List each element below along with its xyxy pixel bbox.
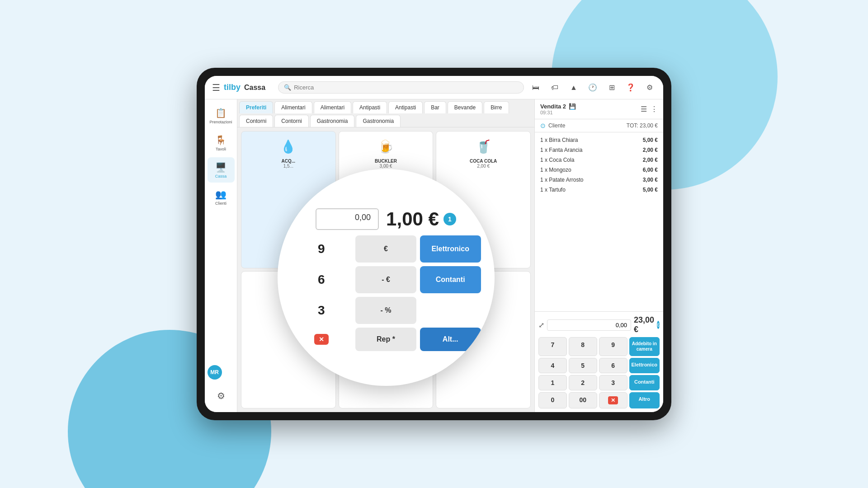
product-acq-name: ACQ... [282,159,296,164]
tab-alimentari1[interactable]: Alimentari [274,101,312,113]
kp-empty [420,297,481,324]
sale-time: 09:31 [540,110,576,115]
tab-alimentari2[interactable]: Alimentari [314,101,351,113]
order-item-3-price: 6,00 € [643,167,658,173]
kp-elettronico[interactable]: Elettronico [420,235,481,263]
numpad-4[interactable]: 4 [538,358,567,373]
kp-3[interactable]: 3 [291,297,352,324]
numpad-addebito[interactable]: Addebito in camera [629,337,660,356]
kp-contanti[interactable]: Contanti [420,266,481,293]
order-item-0[interactable]: 1 x Birra Chiara 5,00 € [535,135,663,145]
sidebar-item-cassa[interactable]: 🖥️ Cassa [208,157,235,183]
tavoli-icon: 🪑 [215,135,226,145]
sidebar-bottom: MR ⚙ [208,365,235,408]
sidebar-item-prenotazioni[interactable]: 📋 Prenotazioni [208,103,235,128]
product-acq-price: 1,5... [283,164,293,169]
sale-save-icon[interactable]: 💾 [569,103,576,110]
tab-antipasti2[interactable]: Antipasti [388,101,423,113]
order-item-3[interactable]: 1 x Mongozo 6,00 € [535,165,663,175]
bed-icon[interactable]: 🛏 [529,81,542,94]
keypad-inner: 0,00 1,00 € 1 9 € E [278,169,495,386]
kp-euro[interactable]: € [355,235,416,263]
more-icon[interactable]: ⋮ [651,105,658,113]
order-item-5[interactable]: 1 x Tartufo 5,00 € [535,185,663,195]
keypad-circle: 0,00 1,00 € 1 9 € E [278,169,495,386]
cassa-label: Cassa [215,174,227,178]
keypad-display-row: 0,00 1,00 € 1 [291,208,481,230]
tab-gastronomia2[interactable]: Gastronomia [356,115,401,127]
sidebar-settings-icon: ⚙ [217,390,225,401]
payment-count-badge: 6 [657,321,660,329]
search-input[interactable] [294,84,518,91]
tag-icon[interactable]: 🏷 [548,81,561,94]
numpad-contanti[interactable]: Contanti [629,375,660,390]
kp-9[interactable]: 9 [291,235,352,263]
numpad-6[interactable]: 6 [599,358,627,373]
numpad-altro[interactable]: Altro [629,392,660,408]
tab-contorni2[interactable]: Contorni [274,115,308,127]
product-coca-image: 🥤 [470,135,497,158]
keypad-small-input[interactable]: 0,00 [316,208,379,230]
numpad-delete-icon: ✕ [608,396,618,404]
clienti-label: Clienti [215,201,226,206]
tab-bar[interactable]: Bar [424,101,446,113]
top-bar-logo: ☰ tilby Cassa [212,82,273,93]
alert-icon[interactable]: ▲ [567,81,580,94]
tab-gastronomia1[interactable]: Gastronomia [310,115,355,127]
clienti-icon: 👥 [215,189,226,200]
expand-icon[interactable]: ⤢ [538,321,544,329]
tab-preferiti[interactable]: Preferiti [239,101,273,113]
numpad-delete[interactable]: ✕ [599,392,627,408]
user-avatar[interactable]: MR [208,365,222,380]
order-item-4-label: 1 x Patate Arrosto [540,177,583,183]
hamburger-icon[interactable]: ☰ [212,82,220,93]
numpad-9[interactable]: 9 [599,337,627,356]
help-icon[interactable]: ❓ [624,81,637,94]
order-items: 1 x Birra Chiara 5,00 € 1 x Fanta Aranci… [535,132,663,311]
sidebar-settings[interactable]: ⚙ [208,383,235,408]
order-item-2[interactable]: 1 x Coca Cola 2,00 € [535,155,663,165]
product-coca-price: 2,00 € [477,164,490,169]
settings-icon[interactable]: ⚙ [643,81,656,94]
list-icon[interactable]: ☰ [641,105,647,113]
kp-minus-pct[interactable]: - % [355,297,416,324]
grid-icon[interactable]: ⊞ [605,81,618,94]
order-item-1-label: 1 x Fanta Arancia [540,147,582,153]
tab-bevande[interactable]: Bevande [448,101,482,113]
numpad-00[interactable]: 00 [569,392,597,408]
payment-total: 23,00 € [634,315,654,334]
kp-rep[interactable]: Rep * [355,328,416,351]
numpad-2[interactable]: 2 [569,375,597,390]
tab-antipasti1[interactable]: Antipasti [353,101,387,113]
keypad-amount-text: 1,00 € [386,208,439,230]
client-text[interactable]: Cliente [548,122,565,129]
sidebar-item-tavoli[interactable]: 🪑 Tavoli [208,130,235,155]
kp-altro[interactable]: Alt... [420,328,481,351]
payment-total-row: ⤢ 23,00 € 6 [538,315,660,334]
order-item-1-price: 2,00 € [643,147,658,153]
delete-kp-icon: ✕ [314,334,329,345]
numpad-7[interactable]: 7 [538,337,567,356]
tab-birre[interactable]: Birre [484,101,509,113]
numpad-5[interactable]: 5 [569,358,597,373]
product-buckler-image: 🍺 [372,135,399,158]
search-icon: 🔍 [284,84,291,91]
numpad-3[interactable]: 3 [599,375,627,390]
numpad-0[interactable]: 0 [538,392,567,408]
payment-input[interactable] [547,319,631,331]
keypad-overlay: 0,00 1,00 € 1 9 € E [278,169,495,386]
numpad-elettronico[interactable]: Elettronico [629,358,660,373]
search-bar[interactable]: 🔍 [278,81,524,94]
kp-minus-euro[interactable]: - € [355,266,416,293]
kp-delete[interactable]: ✕ [291,328,352,351]
kp-6[interactable]: 6 [291,266,352,293]
tab-contorni1[interactable]: Contorni [239,115,273,127]
order-item-4[interactable]: 1 x Patate Arrosto 3,00 € [535,175,663,185]
clock-icon[interactable]: 🕐 [586,81,599,94]
order-item-5-price: 5,00 € [643,187,658,193]
order-item-1[interactable]: 1 x Fanta Arancia 2,00 € [535,145,663,155]
numpad-1[interactable]: 1 [538,375,567,390]
numpad-8[interactable]: 8 [569,337,597,356]
order-item-0-label: 1 x Birra Chiara [540,137,578,143]
sidebar-item-clienti[interactable]: 👥 Clienti [208,184,235,210]
